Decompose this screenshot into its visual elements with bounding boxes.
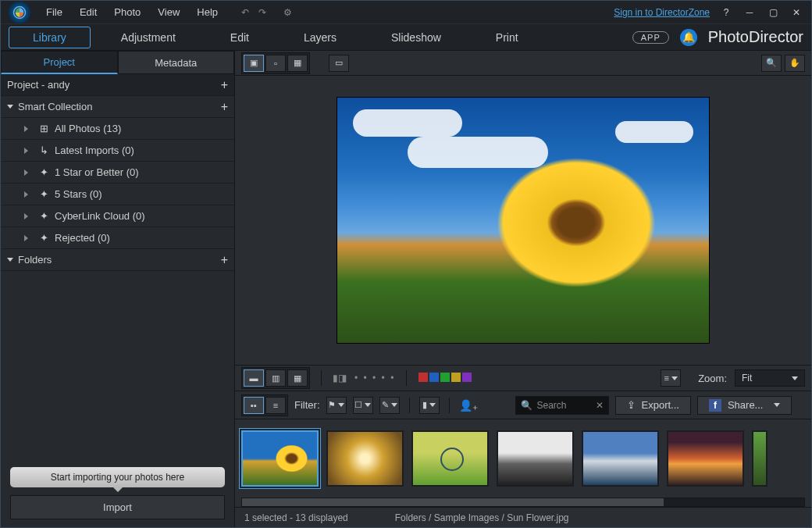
label-filter-icon[interactable]: ☐ [353, 397, 373, 414]
import-tooltip: Start importing your photos here [10, 467, 225, 487]
sort-icon[interactable]: ≡ [661, 369, 681, 387]
menu-edit[interactable]: Edit [80, 6, 97, 18]
thumbnail-strip [235, 419, 811, 498]
tab-metadata[interactable]: Metadata [118, 51, 235, 74]
zoom-label: Zoom: [698, 373, 727, 384]
sc-1star[interactable]: ✦1 Star or Better (0) [1, 162, 234, 184]
main-panel: ▣ ▫ ▦ ▭ 🔍 ✋ ▬ [235, 51, 811, 527]
rating-filter-icon[interactable]: ✎ [379, 397, 400, 414]
flag-icon[interactable]: ▮◨ [333, 373, 347, 384]
reject-icon: ✦ [37, 233, 50, 244]
folders-header[interactable]: Folders+ [1, 249, 234, 271]
menu-photo[interactable]: Photo [114, 6, 141, 18]
thumbnail[interactable] [667, 430, 744, 487]
compare-icon[interactable]: ▭ [329, 55, 349, 72]
minimize-icon[interactable]: ─ [743, 7, 757, 18]
mode-adjustment[interactable]: Adjustment [97, 27, 200, 48]
sc-rejected[interactable]: ✦Rejected (0) [1, 227, 234, 249]
star-icon: ✦ [37, 167, 50, 178]
color-swatches[interactable] [418, 373, 472, 384]
project-tree: Project - andy+ Smart Collection+ ⊞All P… [1, 74, 234, 271]
import-icon: ↳ [37, 145, 50, 156]
mode-bar: Library Adjustment Edit Layers Slideshow… [1, 24, 811, 51]
thumbnail[interactable] [241, 430, 319, 487]
mode-library[interactable]: Library [9, 27, 91, 48]
add-icon[interactable]: + [221, 253, 228, 267]
breadcrumb: Folders / Sample Images / Sun Flower.jpg [395, 512, 569, 523]
signin-link[interactable]: Sign in to DirectorZone [614, 7, 710, 18]
view-side-icon[interactable]: ▫ [265, 55, 286, 72]
pan-icon[interactable]: ✋ [785, 55, 805, 72]
app-logo-icon [9, 2, 30, 23]
thumb-scrollbar[interactable] [241, 498, 805, 507]
filter-label: Filter: [294, 399, 320, 411]
rating-dots[interactable]: • • • • • [354, 373, 395, 384]
preview-image [337, 97, 710, 344]
add-icon[interactable]: + [221, 100, 228, 114]
thumbnail[interactable] [752, 430, 767, 487]
project-header[interactable]: Project - andy+ [1, 74, 234, 96]
menu-view[interactable]: View [158, 6, 180, 18]
smart-collection-header[interactable]: Smart Collection+ [1, 96, 234, 118]
sc-latest-imports[interactable]: ↳Latest Imports (0) [1, 140, 234, 162]
search-input[interactable]: 🔍Search✕ [515, 396, 609, 415]
brand-label: PhotoDirector [708, 28, 803, 46]
notification-icon[interactable]: 🔔 [680, 29, 697, 46]
app-window: File Edit Photo View Help ↶ ↷ ⚙ Sign in … [0, 0, 812, 528]
menu-file[interactable]: File [46, 6, 62, 18]
thumb-size1-icon[interactable]: ▪▪ [244, 397, 264, 414]
help-icon[interactable]: ? [719, 7, 733, 18]
settings-icon[interactable]: ⚙ [283, 7, 292, 18]
app-badge[interactable]: APP [632, 31, 669, 44]
clear-search-icon[interactable]: ✕ [596, 400, 604, 411]
thumb-size2-icon[interactable]: ≡ [265, 397, 286, 414]
thumbnail[interactable] [582, 430, 659, 487]
sc-cloud[interactable]: ✦CyberLink Cloud (0) [1, 205, 234, 227]
sc-all-photos[interactable]: ⊞All Photos (13) [1, 118, 234, 140]
zoom-icon[interactable]: 🔍 [761, 55, 782, 72]
menu-help[interactable]: Help [197, 6, 218, 18]
maximize-icon[interactable]: ▢ [766, 7, 780, 18]
mode-print[interactable]: Print [472, 27, 543, 48]
sidebar: Project Metadata Project - andy+ Smart C… [1, 51, 235, 527]
stack-icon[interactable]: ▮ [419, 397, 440, 414]
view-single-icon[interactable]: ▣ [244, 55, 264, 72]
search-icon: 🔍 [521, 400, 532, 411]
export-button[interactable]: ⇪Export... [615, 396, 691, 415]
person-icon[interactable]: 👤₊ [459, 399, 478, 412]
redo-icon[interactable]: ↷ [258, 7, 266, 18]
undo-icon[interactable]: ↶ [241, 7, 249, 18]
selection-status: 1 selected - 13 displayed [244, 512, 348, 523]
thumbnail[interactable] [411, 430, 489, 487]
status-bar: 1 selected - 13 displayed Folders / Samp… [235, 507, 811, 527]
layout-bar: ▬ ▥ ▦ ▮◨ • • • • • ≡ Zoom: Fit [235, 365, 811, 391]
titlebar: File Edit Photo View Help ↶ ↷ ⚙ Sign in … [1, 1, 811, 24]
zoom-select[interactable]: Fit [735, 369, 805, 387]
cloud-icon: ✦ [37, 211, 50, 222]
layout2-icon[interactable]: ▥ [265, 369, 286, 387]
layout3-icon[interactable]: ▦ [287, 369, 308, 387]
add-icon[interactable]: + [221, 78, 228, 92]
filter-bar: ▪▪ ≡ Filter: ⚑ ☐ ✎ ▮ 👤₊ 🔍Search✕ ⇪Export… [235, 391, 811, 419]
thumbnail[interactable] [326, 430, 404, 487]
mode-slideshow[interactable]: Slideshow [367, 27, 465, 48]
export-icon: ⇪ [627, 399, 636, 411]
main-menu: File Edit Photo View Help [46, 6, 218, 18]
layout1-icon[interactable]: ▬ [244, 369, 264, 387]
facebook-icon: f [709, 399, 721, 412]
sc-5stars[interactable]: ✦5 Stars (0) [1, 184, 234, 205]
thumbnail[interactable] [497, 430, 574, 487]
mode-edit[interactable]: Edit [206, 27, 273, 48]
close-icon[interactable]: ✕ [789, 7, 803, 18]
flag-filter-icon[interactable]: ⚑ [326, 397, 347, 414]
view-toolbar: ▣ ▫ ▦ ▭ 🔍 ✋ [235, 51, 811, 76]
preview-area[interactable] [235, 76, 811, 365]
tab-project[interactable]: Project [1, 51, 118, 74]
grid-icon: ⊞ [37, 123, 50, 134]
mode-layers[interactable]: Layers [280, 27, 361, 48]
view-grid-icon[interactable]: ▦ [287, 55, 308, 72]
star-icon: ✦ [37, 189, 50, 200]
share-button[interactable]: fShare... [697, 396, 792, 415]
import-button[interactable]: Import [10, 495, 225, 519]
